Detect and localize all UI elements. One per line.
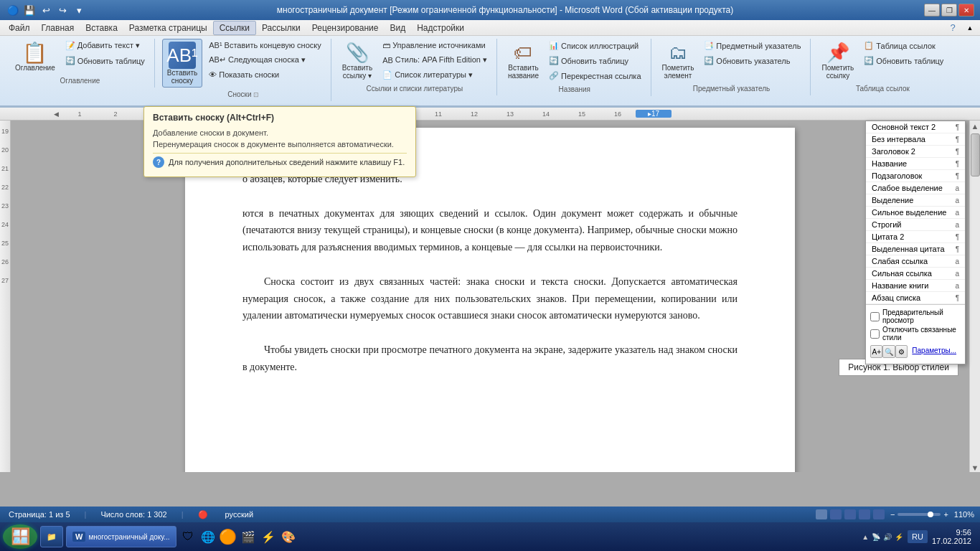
styles-list-item[interactable]: Сильное выделениеa [866,207,965,219]
bibliography-button[interactable]: 📄 Список литературы ▾ [379,68,491,82]
update-table-toc-button[interactable]: 🔄 Обновить таблицу [62,54,149,67]
minimize-ribbon-button[interactable]: ▲ [963,21,977,35]
scroll-down-button[interactable]: ▼ [971,463,979,472]
toc-label: Оглавление [15,64,55,72]
styles-list-item[interactable]: Абзац списка¶ [866,292,965,304]
mark-entry-button[interactable]: 🗂 Пометитьэлемент [659,39,698,82]
style-inspector-button[interactable]: 🔍 [882,345,895,358]
insert-endnote-button[interactable]: AB¹ Вставить концевую сноску [205,39,325,52]
undo-button[interactable]: ↩ [39,3,53,17]
styles-list-item[interactable]: Название¶ [866,158,965,170]
add-text-button[interactable]: 📝 Добавить текст ▾ [62,39,149,52]
show-notes-button[interactable]: 👁 Показать сноски [205,68,325,81]
styles-list-item[interactable]: Заголовок 2¶ [866,146,965,158]
styles-list-item[interactable]: Выделенная цитата¶ [866,243,965,255]
cross-reference-button[interactable]: 🔗 Перекрестная ссылка [545,69,645,83]
zoom-out-button[interactable]: − [890,510,895,519]
scroll-up-button[interactable]: ▲ [971,122,979,131]
manage-styles-button[interactable]: ⚙ [895,345,908,358]
disable-linked-checkbox-container[interactable]: Отключить связанные стили [870,325,961,342]
menu-home[interactable]: Главная [36,22,80,34]
styles-list-item[interactable]: Слабое выделениеa [866,182,965,194]
styles-buttons: A+ 🔍 ⚙ Параметры... [870,342,961,361]
update-toc-label: Обновить таблицу [77,57,145,65]
view-web-button[interactable] [859,509,870,519]
taskbar-browser[interactable]: 🌐 [199,528,217,545]
styles-list-item[interactable]: Цитата 2¶ [866,231,965,243]
menu-references[interactable]: Ссылки [213,21,256,35]
authority-label: Таблица ссылок [876,42,936,50]
menu-mailings[interactable]: Рассылки [256,22,306,34]
style-name: Основной текст 2 [872,123,936,131]
insert-index-button[interactable]: 📑 Предметный указатель [700,39,804,52]
close-button[interactable]: ✕ [958,4,974,17]
mark-citation-button[interactable]: 📌 Пометитьссылку [818,39,857,82]
menu-layout[interactable]: Разметка страницы [123,22,213,34]
taskbar: 🪟 📁 W многостраничный доку... 🛡 🌐 🟠 🎬 ⚡ … [0,522,980,551]
styles-list-item[interactable]: Без интервала¶ [866,133,965,146]
view-print-button[interactable] [844,509,856,519]
manage-sources-button[interactable]: 🗃 Управление источниками [379,39,491,52]
styles-list-item[interactable]: Название книгиa [866,280,965,292]
style-dropdown[interactable]: AB Стиль: APA Fifth Edition ▾ [379,53,491,67]
upd-index-label: Обновить указатель [716,57,790,65]
style-name: Слабое выделение [872,184,943,192]
taskbar-avast[interactable]: 🛡 [179,528,197,545]
tray-arrow[interactable]: ▲ [862,533,869,541]
insert-citation-button[interactable]: 📎 Вставитьссылку ▾ [339,39,376,82]
taskbar-word[interactable]: W многостраничный доку... [66,526,176,547]
new-style-button[interactable]: A+ [870,345,882,358]
taskbar-app5[interactable]: ⚡ [260,528,277,545]
scroll-thumb[interactable] [971,133,980,176]
style-name: Заголовок 2 [872,147,915,156]
document-page[interactable]: о абзацев, которые следует изменить. ютс… [185,128,795,472]
update-index-button[interactable]: 🔄 Обновить указатель [700,54,804,67]
insert-caption-button[interactable]: 🏷 Вставитьназвание [504,39,542,82]
toc-button[interactable]: 📋 Оглавление [11,39,59,74]
help-button[interactable]: ? [946,21,960,35]
styles-list-item[interactable]: Выделениеa [866,194,965,207]
status-bar: Страница: 1 из 5 | Число слов: 1 302 | 🔴… [0,507,980,522]
taskbar-app4[interactable]: 🎬 [240,528,257,545]
redo-button[interactable]: ↪ [55,3,70,17]
save-button[interactable]: 💾 [22,3,37,17]
menu-insert[interactable]: Вставка [80,22,123,34]
taskbar-explorer[interactable]: 📁 [40,526,63,547]
view-normal-button[interactable] [816,509,827,519]
preview-checkbox-container[interactable]: Предварительный просмотр [870,308,961,325]
styles-list-item[interactable]: Основной текст 2¶ [866,121,965,133]
styles-list-item[interactable]: Сильная ссылкаa [866,268,965,280]
customize-quick-access[interactable]: ▾ [72,3,86,17]
restore-button[interactable]: ❐ [941,4,957,17]
styles-list-item[interactable]: Слабая ссылкаa [866,255,965,268]
view-outline-button[interactable] [873,509,885,519]
next-footnote-button[interactable]: AB↵ Следующая сноска ▾ [205,53,325,67]
zoom-slider[interactable] [897,513,941,516]
taskbar-photoshop[interactable]: 🎨 [280,528,297,545]
update-figures-button[interactable]: 🔄 Обновить таблицу [545,54,645,67]
styles-list-item[interactable]: Подзаголовок¶ [866,170,965,182]
update-authority-button[interactable]: 🔄 Обновить таблицу [860,54,947,67]
menu-review[interactable]: Рецензирование [306,22,385,34]
page-info: Страница: 1 из 5 [6,510,73,519]
language-switcher[interactable]: RU [908,530,928,543]
insert-footnote-button[interactable]: AB¹ Вставитьсноску [162,39,202,88]
vertical-scrollbar[interactable]: ▲ ▼ [969,121,980,472]
taskbar-app3[interactable]: 🟠 [220,528,237,545]
styles-list-item[interactable]: Строгийa [866,219,965,231]
menu-file[interactable]: Файл [3,22,36,34]
style-marker: ¶ [956,123,959,131]
params-link[interactable]: Параметры... [908,345,961,358]
preview-checkbox[interactable] [870,312,880,321]
disable-linked-checkbox[interactable] [870,329,880,339]
menu-addins[interactable]: Надстройки [411,22,470,34]
start-button[interactable]: 🪟 [3,524,37,549]
insert-authority-button[interactable]: 📋 Таблица ссылок [860,39,947,52]
minimize-button[interactable]: — [924,4,940,17]
table-of-figures-button[interactable]: 📊 Список иллюстраций [545,39,645,52]
zoom-in-button[interactable]: + [943,510,948,519]
view-reading-button[interactable] [830,509,842,519]
menu-view[interactable]: Вид [384,22,411,34]
vertical-ruler: 19 20 21 22 23 24 25 26 27 [0,121,11,472]
index-group-content: 🗂 Пометитьэлемент 📑 Предметный указатель… [659,39,805,82]
